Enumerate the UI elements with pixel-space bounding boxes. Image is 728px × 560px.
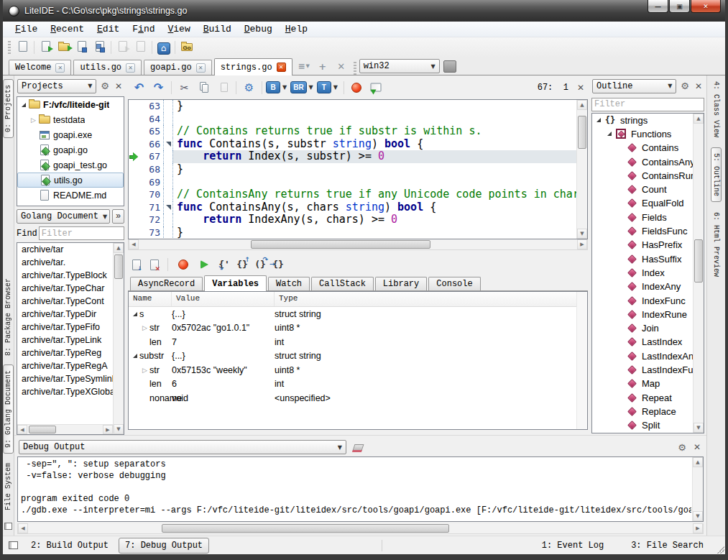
left-dock-tab-File-System[interactable]: File System <box>4 463 12 510</box>
outline-item-Fields[interactable]: Fields <box>592 211 704 224</box>
new-file-button[interactable] <box>14 40 32 56</box>
build-button[interactable]: B▼ <box>266 79 289 96</box>
home-button[interactable]: ⌂ <box>155 40 172 56</box>
tab-strings-go[interactable]: strings.go✕ <box>214 58 292 75</box>
scroll-up-button[interactable]: ▲ <box>114 243 124 253</box>
remove-session-button[interactable]: ✕ <box>147 257 162 273</box>
outline-item-HasSuffix[interactable]: HasSuffix <box>592 252 704 265</box>
minimize-button[interactable]: — <box>648 0 668 13</box>
code-editor[interactable]: 63}6465// Contains returns true if subst… <box>128 99 588 239</box>
debug-tab-library[interactable]: Library <box>375 277 427 290</box>
add-tab-button[interactable]: + <box>313 58 332 74</box>
outline-item-IndexAny[interactable]: IndexAny <box>592 280 704 293</box>
outline-item-Count[interactable]: Count <box>592 183 704 196</box>
step-out-button[interactable]: →{} <box>271 258 285 271</box>
scrollbar-thumb[interactable] <box>694 239 703 283</box>
outline-item-strings[interactable]: {}strings <box>592 114 704 127</box>
outline-combo[interactable]: Outline ▼ <box>592 79 676 93</box>
load-session-button[interactable]: ↓ <box>129 257 144 273</box>
tree-item-goapi-exe[interactable]: goapi.exe <box>17 127 124 142</box>
status-button-1-Event-Log[interactable]: 1: Event Log <box>536 538 609 553</box>
list-item[interactable]: archive/tar <box>17 243 113 256</box>
step-runto-button[interactable]: {'↘ <box>217 258 231 271</box>
list-item[interactable]: archive/tar.TypeCont <box>17 295 113 308</box>
variable-row[interactable]: nonamevoid<unspecified> <box>129 391 587 405</box>
debug-tab-console[interactable]: Console <box>428 277 480 290</box>
scroll-down-button[interactable]: ▼ <box>694 423 704 433</box>
left-dock-tab-8-Package-Browser[interactable]: 8: Package Browser <box>4 278 12 356</box>
scrollbar-thumb[interactable] <box>251 240 430 249</box>
close-tab-button[interactable]: ✕ <box>332 58 351 74</box>
continue-button[interactable] <box>195 257 213 273</box>
menu-item-edit[interactable]: Edit <box>91 22 126 36</box>
outline-filter-input[interactable] <box>591 98 704 111</box>
debug-output-hscrollbar[interactable]: ◀ ▶ <box>17 523 704 534</box>
tree-item-goapi_test-go[interactable]: goapi_test.go <box>17 157 124 173</box>
list-item[interactable]: archive/tar.TypeXGlobalHeader <box>17 385 113 398</box>
variables-scrollbar[interactable] <box>576 292 587 429</box>
outline-item-Map[interactable]: Map <box>592 377 704 390</box>
toggle-panes-icon[interactable] <box>9 541 18 549</box>
menu-item-debug[interactable]: Debug <box>238 22 279 36</box>
right-dock-tab-6-Html-Preview[interactable]: 6: Html Preview <box>712 212 720 277</box>
list-item[interactable]: archive/tar. <box>17 256 113 269</box>
project-tree[interactable]: F:/vfc/liteide-git▷testdatagoapi.exegoap… <box>17 96 124 206</box>
open-file-button[interactable] <box>37 40 55 56</box>
left-dock-tab-0-Projects[interactable]: 0: Projects <box>3 79 14 138</box>
save-file-button[interactable] <box>73 40 91 56</box>
expander-icon[interactable] <box>594 116 603 124</box>
menu-item-view[interactable]: View <box>162 22 197 36</box>
close-editor-icon[interactable]: ✕ <box>576 83 586 93</box>
document-list[interactable]: archive/tararchive/tar.archive/tar.TypeB… <box>17 242 124 435</box>
scroll-right-button[interactable]: ▶ <box>577 239 587 249</box>
step-into-button[interactable]: {}↑ <box>235 258 249 271</box>
status-button-2-Build-Output[interactable]: 2: Build Output <box>25 538 114 553</box>
open-folder-button[interactable] <box>55 40 73 56</box>
close-panel-icon[interactable]: ✕ <box>694 81 704 91</box>
scroll-down-button[interactable]: ▼ <box>693 511 703 521</box>
expander-icon[interactable] <box>19 101 28 109</box>
right-dock-tab-4-Class-View[interactable]: 4: Class View <box>712 81 720 137</box>
expander-icon[interactable]: ▷ <box>140 367 149 374</box>
menu-item-file[interactable]: File <box>9 22 44 36</box>
tab-utils-go[interactable]: utils.go✕ <box>73 60 142 75</box>
outline-item-HasPrefix[interactable]: HasPrefix <box>592 238 704 252</box>
editor-vertical-scrollbar[interactable]: ▲ ▼ <box>576 100 587 239</box>
outline-item-Contains[interactable]: Contains <box>592 141 704 155</box>
export-button[interactable] <box>367 79 385 96</box>
menu-item-help[interactable]: Help <box>279 22 314 36</box>
fold-marker-icon[interactable] <box>163 201 172 214</box>
close-tab-icon[interactable]: ✕ <box>126 63 135 73</box>
debug-tab-watch[interactable]: Watch <box>268 277 310 290</box>
close-panel-icon[interactable]: ✕ <box>692 442 702 452</box>
outline-item-Repeat[interactable]: Repeat <box>592 390 704 404</box>
document-list-hscrollbar[interactable]: ◀▶ <box>17 424 113 434</box>
outline-tree[interactable]: {}stringsFunctionsContainsContainsAnyCon… <box>591 113 704 434</box>
debug-tab-asyncrecord[interactable]: AsyncRecord <box>130 277 203 290</box>
title-bar[interactable]: LiteIDE - C:\Go\src\pkg\strings\strings.… <box>3 0 725 22</box>
scroll-up-button[interactable]: ▲ <box>693 457 703 467</box>
maximize-button[interactable]: ▣ <box>669 0 690 13</box>
variable-row[interactable]: ▷str0x5702ac "go1.0.1"uint8 * <box>129 321 587 336</box>
cut-button[interactable]: ✂ <box>175 79 193 96</box>
menu-item-recent[interactable]: Recent <box>44 22 91 36</box>
golang-document-combo[interactable]: Golang Document ▼ <box>17 209 110 224</box>
close-panel-icon[interactable]: ✕ <box>114 81 124 91</box>
scroll-down-button[interactable]: ▼ <box>577 229 587 239</box>
variable-row[interactable]: substr{...}struct string <box>129 349 587 364</box>
close-tab-icon[interactable]: ✕ <box>196 63 206 73</box>
tree-item-README-md[interactable]: README.md <box>17 188 124 203</box>
find-filter-input[interactable] <box>39 226 124 240</box>
menu-item-find[interactable]: Find <box>126 22 161 36</box>
build-config-button[interactable]: ⚙ <box>240 79 258 96</box>
tree-item-F-vfc-liteide-git[interactable]: F:/vfc/liteide-git <box>17 97 124 112</box>
expander-icon[interactable] <box>130 352 139 359</box>
right-dock-tab-5-Outline[interactable]: 5: Outline <box>711 147 722 202</box>
variable-row[interactable]: len6int <box>129 377 587 392</box>
more-button[interactable]: » <box>112 209 124 224</box>
outline-item-IndexRune[interactable]: IndexRune <box>592 308 704 321</box>
close-button[interactable]: ✕ <box>691 0 721 13</box>
list-item[interactable]: archive/tar.TypeDir <box>17 308 113 321</box>
tree-item-goapi-go[interactable]: goapi.go <box>17 142 124 157</box>
build-and-run-button[interactable]: BR▼ <box>290 79 315 96</box>
